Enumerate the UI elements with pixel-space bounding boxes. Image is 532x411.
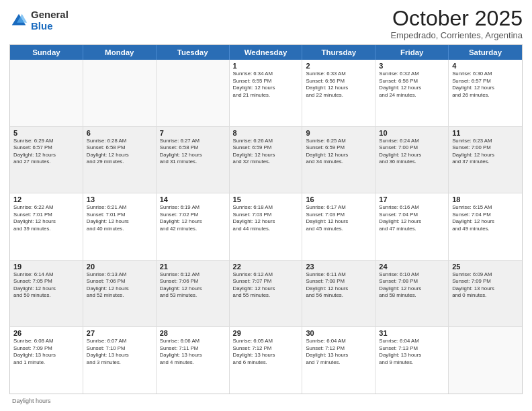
day-number: 22: [233, 263, 299, 271]
cal-cell: 21Sunrise: 6:12 AM Sunset: 7:06 PM Dayli…: [157, 261, 230, 327]
logo: General Blue: [9, 9, 69, 32]
cal-cell: 2Sunrise: 6:33 AM Sunset: 6:56 PM Daylig…: [302, 60, 375, 126]
logo-icon: [9, 11, 28, 30]
day-number: 8: [233, 129, 299, 137]
cal-cell: 19Sunrise: 6:14 AM Sunset: 7:05 PM Dayli…: [10, 261, 83, 327]
cal-cell: 4Sunrise: 6:30 AM Sunset: 6:57 PM Daylig…: [449, 60, 522, 126]
day-number: 30: [306, 329, 371, 337]
day-info: Sunrise: 6:09 AM Sunset: 7:09 PM Dayligh…: [452, 271, 519, 300]
day-number: 1: [233, 62, 299, 70]
day-info: Sunrise: 6:33 AM Sunset: 6:56 PM Dayligh…: [306, 71, 371, 99]
cal-cell: [10, 60, 83, 126]
day-info: Sunrise: 6:04 AM Sunset: 7:12 PM Dayligh…: [306, 338, 371, 366]
cal-cell: 1Sunrise: 6:34 AM Sunset: 6:55 PM Daylig…: [230, 60, 303, 126]
day-number: 3: [379, 62, 445, 70]
day-info: Sunrise: 6:23 AM Sunset: 7:00 PM Dayligh…: [452, 138, 519, 166]
cal-week-row: 26Sunrise: 6:08 AM Sunset: 7:09 PM Dayli…: [10, 327, 522, 394]
day-number: 12: [13, 195, 79, 203]
logo-text: General Blue: [31, 9, 69, 32]
day-number: 6: [87, 129, 152, 137]
cal-week-row: 1Sunrise: 6:34 AM Sunset: 6:55 PM Daylig…: [10, 60, 522, 127]
day-info: Sunrise: 6:26 AM Sunset: 6:59 PM Dayligh…: [233, 138, 299, 166]
cal-cell: 16Sunrise: 6:17 AM Sunset: 7:03 PM Dayli…: [302, 193, 375, 260]
day-number: 7: [160, 129, 226, 137]
day-number: 29: [233, 329, 299, 337]
day-info: Sunrise: 6:12 AM Sunset: 7:06 PM Dayligh…: [160, 271, 226, 300]
title-block: October 2025 Empedrado, Corrientes, Arge…: [390, 7, 523, 40]
day-info: Sunrise: 6:21 AM Sunset: 7:01 PM Dayligh…: [87, 204, 152, 232]
cal-header-day: Sunday: [10, 45, 83, 60]
day-info: Sunrise: 6:07 AM Sunset: 7:10 PM Dayligh…: [87, 338, 152, 366]
day-number: 2: [306, 62, 371, 70]
day-info: Sunrise: 6:16 AM Sunset: 7:04 PM Dayligh…: [379, 204, 445, 232]
day-number: 28: [160, 329, 226, 337]
calendar-header: SundayMondayTuesdayWednesdayThursdayFrid…: [10, 45, 522, 60]
day-info: Sunrise: 6:06 AM Sunset: 7:11 PM Dayligh…: [160, 338, 226, 366]
day-info: Sunrise: 6:11 AM Sunset: 7:08 PM Dayligh…: [306, 271, 371, 300]
day-number: 23: [306, 263, 371, 271]
day-info: Sunrise: 6:08 AM Sunset: 7:09 PM Dayligh…: [13, 338, 79, 366]
cal-header-day: Tuesday: [157, 45, 230, 60]
day-number: 19: [13, 263, 79, 271]
cal-cell: 25Sunrise: 6:09 AM Sunset: 7:09 PM Dayli…: [449, 261, 522, 327]
cal-cell: 24Sunrise: 6:10 AM Sunset: 7:08 PM Dayli…: [375, 261, 449, 327]
cal-cell: 27Sunrise: 6:07 AM Sunset: 7:10 PM Dayli…: [83, 327, 157, 394]
calendar: SundayMondayTuesdayWednesdayThursdayFrid…: [9, 44, 523, 394]
logo-general: General: [31, 9, 69, 21]
day-number: 15: [233, 195, 299, 203]
day-number: 4: [452, 62, 519, 70]
day-number: 11: [452, 129, 519, 137]
cal-cell: 22Sunrise: 6:12 AM Sunset: 7:07 PM Dayli…: [230, 261, 303, 327]
cal-cell: 8Sunrise: 6:26 AM Sunset: 6:59 PM Daylig…: [230, 127, 303, 193]
day-number: 18: [452, 195, 519, 203]
cal-cell: 15Sunrise: 6:18 AM Sunset: 7:03 PM Dayli…: [230, 193, 303, 260]
cal-cell: 6Sunrise: 6:28 AM Sunset: 6:58 PM Daylig…: [83, 127, 157, 193]
day-number: 25: [452, 263, 519, 271]
day-number: 21: [160, 263, 226, 271]
cal-week-row: 12Sunrise: 6:22 AM Sunset: 7:01 PM Dayli…: [10, 193, 522, 261]
cal-cell: [83, 60, 157, 126]
day-number: 9: [306, 129, 371, 137]
cal-cell: 13Sunrise: 6:21 AM Sunset: 7:01 PM Dayli…: [83, 193, 157, 260]
day-info: Sunrise: 6:30 AM Sunset: 6:57 PM Dayligh…: [452, 71, 519, 99]
cal-cell: 10Sunrise: 6:24 AM Sunset: 7:00 PM Dayli…: [375, 127, 449, 193]
cal-cell: 7Sunrise: 6:27 AM Sunset: 6:58 PM Daylig…: [157, 127, 230, 193]
day-number: 17: [379, 195, 445, 203]
subtitle: Empedrado, Corrientes, Argentina: [390, 30, 523, 40]
day-info: Sunrise: 6:15 AM Sunset: 7:04 PM Dayligh…: [452, 204, 519, 232]
cal-cell: [449, 327, 522, 394]
day-number: 16: [306, 195, 371, 203]
day-info: Sunrise: 6:24 AM Sunset: 7:00 PM Dayligh…: [379, 138, 445, 166]
month-title: October 2025: [390, 7, 523, 30]
cal-cell: 30Sunrise: 6:04 AM Sunset: 7:12 PM Dayli…: [302, 327, 375, 394]
footer-text: Daylight hours: [12, 398, 51, 404]
cal-cell: 17Sunrise: 6:16 AM Sunset: 7:04 PM Dayli…: [375, 193, 449, 260]
day-info: Sunrise: 6:34 AM Sunset: 6:55 PM Dayligh…: [233, 71, 299, 99]
cal-cell: [157, 60, 230, 126]
cal-cell: 18Sunrise: 6:15 AM Sunset: 7:04 PM Dayli…: [449, 193, 522, 260]
logo-blue: Blue: [31, 21, 69, 32]
day-info: Sunrise: 6:25 AM Sunset: 6:59 PM Dayligh…: [306, 138, 371, 166]
day-info: Sunrise: 6:10 AM Sunset: 7:08 PM Dayligh…: [379, 271, 445, 300]
cal-cell: 29Sunrise: 6:05 AM Sunset: 7:12 PM Dayli…: [230, 327, 303, 394]
cal-cell: 31Sunrise: 6:04 AM Sunset: 7:13 PM Dayli…: [375, 327, 449, 394]
day-info: Sunrise: 6:22 AM Sunset: 7:01 PM Dayligh…: [13, 204, 79, 232]
cal-cell: 28Sunrise: 6:06 AM Sunset: 7:11 PM Dayli…: [157, 327, 230, 394]
cal-cell: 20Sunrise: 6:13 AM Sunset: 7:06 PM Dayli…: [83, 261, 157, 327]
day-info: Sunrise: 6:17 AM Sunset: 7:03 PM Dayligh…: [306, 204, 371, 232]
calendar-body: 1Sunrise: 6:34 AM Sunset: 6:55 PM Daylig…: [10, 60, 522, 394]
day-info: Sunrise: 6:32 AM Sunset: 6:56 PM Dayligh…: [379, 71, 445, 99]
day-number: 5: [13, 129, 79, 137]
day-number: 27: [87, 329, 152, 337]
cal-cell: 14Sunrise: 6:19 AM Sunset: 7:02 PM Dayli…: [157, 193, 230, 260]
cal-week-row: 19Sunrise: 6:14 AM Sunset: 7:05 PM Dayli…: [10, 261, 522, 328]
day-info: Sunrise: 6:29 AM Sunset: 6:57 PM Dayligh…: [13, 138, 79, 166]
day-info: Sunrise: 6:14 AM Sunset: 7:05 PM Dayligh…: [13, 271, 79, 300]
day-info: Sunrise: 6:18 AM Sunset: 7:03 PM Dayligh…: [233, 204, 299, 232]
day-number: 10: [379, 129, 445, 137]
header: General Blue October 2025 Empedrado, Cor…: [9, 7, 523, 40]
cal-header-day: Thursday: [302, 45, 375, 60]
day-info: Sunrise: 6:13 AM Sunset: 7:06 PM Dayligh…: [87, 271, 152, 300]
footer: Daylight hours: [9, 398, 523, 404]
cal-week-row: 5Sunrise: 6:29 AM Sunset: 6:57 PM Daylig…: [10, 127, 522, 194]
